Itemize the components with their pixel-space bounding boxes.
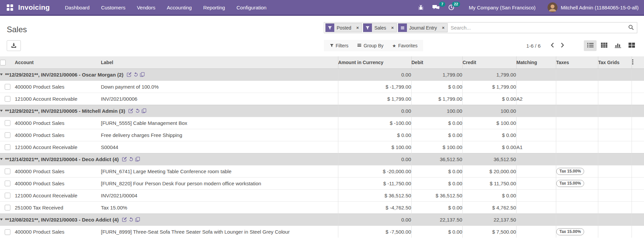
matching-cell[interactable]: A1 — [516, 141, 556, 153]
debit-cell[interactable]: $ 0.00 — [411, 226, 462, 238]
chart-view-button[interactable] — [611, 40, 624, 51]
journal-item-row[interactable]: 121000 Account ReceivableINV/2021/00006$… — [0, 93, 644, 105]
account-cell[interactable]: 400000 Product Sales — [15, 117, 101, 129]
credit-cell[interactable]: $ 0.00 — [462, 93, 516, 105]
matching-cell[interactable] — [516, 165, 556, 177]
tax-grids-cell[interactable] — [598, 93, 632, 105]
taxes-cell[interactable] — [556, 129, 598, 141]
credit-cell[interactable]: $ 7,500.00 — [462, 226, 516, 238]
list-view-button[interactable] — [584, 40, 597, 51]
tax-grids-cell[interactable] — [598, 226, 632, 238]
edit-icon[interactable] — [122, 217, 127, 223]
journal-item-row[interactable]: 400000 Product Sales[FURN_8220] Four Per… — [0, 177, 644, 189]
group-title-cell[interactable]: **12/08/2021**, INV/2021/00003 - Deco Ad… — [0, 213, 338, 226]
remove-facet-icon[interactable]: × — [388, 23, 396, 32]
taxes-cell[interactable] — [556, 117, 598, 129]
matching-cell[interactable] — [516, 117, 556, 129]
amount-currency-cell[interactable]: $ 100.00 — [338, 141, 411, 153]
kanban-view-button[interactable] — [625, 40, 638, 51]
matching-cell[interactable] — [516, 177, 556, 189]
optional-columns-toggle-icon[interactable] — [632, 60, 634, 66]
search-button[interactable] — [625, 22, 637, 33]
apps-menu-icon[interactable] — [7, 4, 13, 11]
account-cell[interactable]: 400000 Product Sales — [15, 177, 101, 189]
debit-cell[interactable]: $ 0.00 — [411, 177, 462, 189]
row-checkbox[interactable] — [5, 84, 10, 90]
tax-grids-cell[interactable] — [598, 141, 632, 153]
credit-cell[interactable]: $ 1,799.00 — [462, 81, 516, 93]
column-header-label[interactable]: Label — [101, 56, 338, 68]
credit-cell[interactable]: $ 0.00 — [462, 129, 516, 141]
debit-cell[interactable]: $ 0.00 — [411, 129, 462, 141]
undo-icon[interactable] — [129, 157, 134, 162]
duplicate-icon[interactable] — [135, 217, 140, 223]
menu-customers[interactable]: Customers — [95, 0, 131, 15]
taxes-cell[interactable] — [556, 201, 598, 213]
column-header-tax-grids[interactable]: Tax Grids — [598, 56, 632, 68]
grid-view-button[interactable] — [598, 40, 610, 51]
edit-icon[interactable] — [122, 156, 127, 162]
debit-cell[interactable]: $ 100.00 — [411, 141, 462, 153]
taxes-cell[interactable] — [556, 93, 598, 105]
taxes-cell[interactable]: Tax 15.00% — [556, 226, 598, 238]
label-cell[interactable]: Tax 15.00% — [101, 201, 338, 213]
tax-grids-cell[interactable] — [598, 129, 632, 141]
amount-currency-cell[interactable]: $ -4,762.50 — [338, 201, 411, 213]
taxes-cell[interactable] — [556, 141, 598, 153]
row-checkbox[interactable] — [5, 120, 10, 126]
matching-cell[interactable] — [516, 201, 556, 213]
account-cell[interactable]: 251000 Tax Received — [15, 201, 101, 213]
account-cell[interactable]: 121000 Account Receivable — [15, 189, 101, 201]
user-avatar[interactable] — [547, 2, 558, 12]
tax-grids-cell[interactable] — [598, 165, 632, 177]
journal-item-row[interactable]: 400000 Product SalesDown payment of 100.… — [0, 81, 644, 93]
collapse-caret-icon[interactable] — [0, 74, 3, 76]
label-cell[interactable]: [FURN_5555] Cable Management Box — [101, 117, 338, 129]
column-header-debit[interactable]: Debit — [411, 56, 462, 68]
messages-icon[interactable]: 7 — [428, 4, 444, 10]
debit-cell[interactable]: $ 36,512.50 — [411, 189, 462, 201]
user-menu[interactable]: Mitchell Admin (11884065-15-0-all) — [561, 5, 639, 10]
debit-cell[interactable]: $ 0.00 — [411, 165, 462, 177]
search-input[interactable] — [448, 22, 625, 33]
company-switcher[interactable]: My Company (San Francisco) — [469, 5, 535, 10]
label-cell[interactable]: [FURN_8220] Four Person Desk Four person… — [101, 177, 338, 189]
debug-bug-icon[interactable] — [414, 5, 428, 10]
account-cell[interactable]: 400000 Product Sales — [15, 226, 101, 238]
debit-cell[interactable]: $ 0.00 — [411, 201, 462, 213]
journal-item-row[interactable]: 400000 Product Sales[FURN_5555] Cable Ma… — [0, 117, 644, 129]
tax-grids-cell[interactable] — [598, 177, 632, 189]
journal-item-row[interactable]: 251000 Tax ReceivedTax 15.00%$ -4,762.50… — [0, 201, 644, 213]
journal-item-row[interactable]: 400000 Product Sales[FURN_6741] Large Me… — [0, 165, 644, 177]
row-checkbox[interactable] — [5, 132, 10, 138]
amount-currency-cell[interactable]: $ -20,000.00 — [338, 165, 411, 177]
matching-cell[interactable] — [516, 81, 556, 93]
undo-icon[interactable] — [135, 108, 140, 114]
row-checkbox[interactable] — [5, 193, 10, 198]
account-cell[interactable]: 400000 Product Sales — [15, 81, 101, 93]
menu-vendors[interactable]: Vendors — [131, 0, 161, 15]
credit-cell[interactable]: $ 4,762.50 — [462, 201, 516, 213]
amount-currency-cell[interactable]: $ -1,799.00 — [338, 81, 411, 93]
collapse-caret-icon[interactable] — [0, 219, 3, 221]
debit-cell[interactable]: $ 0.00 — [411, 117, 462, 129]
credit-cell[interactable]: $ 11,750.00 — [462, 177, 516, 189]
amount-currency-cell[interactable]: $ 0.00 — [338, 129, 411, 141]
amount-currency-cell[interactable]: $ -7,500.00 — [338, 226, 411, 238]
menu-dashboard[interactable]: Dashboard — [59, 0, 95, 15]
amount-currency-cell[interactable]: $ 36,512.50 — [338, 189, 411, 201]
tax-grids-cell[interactable] — [598, 117, 632, 129]
matching-cell[interactable]: A2 — [516, 93, 556, 105]
group-by-menu[interactable]: Group By — [357, 43, 383, 48]
pager-next-button[interactable] — [558, 41, 568, 51]
matching-cell[interactable] — [516, 226, 556, 238]
account-cell[interactable]: 121000 Account Receivable — [15, 93, 101, 105]
export-button[interactable] — [7, 40, 21, 51]
row-checkbox[interactable] — [5, 181, 10, 186]
filters-menu[interactable]: Filters — [330, 43, 348, 48]
column-header-credit[interactable]: Credit — [462, 56, 516, 68]
favorites-menu[interactable]: ★ Favorites — [392, 43, 417, 48]
edit-icon[interactable] — [127, 72, 132, 78]
amount-currency-cell[interactable]: $ -100.00 — [338, 117, 411, 129]
group-title-cell[interactable]: **12/29/2021**, INV/2021/00005 - Mitchel… — [0, 105, 338, 117]
